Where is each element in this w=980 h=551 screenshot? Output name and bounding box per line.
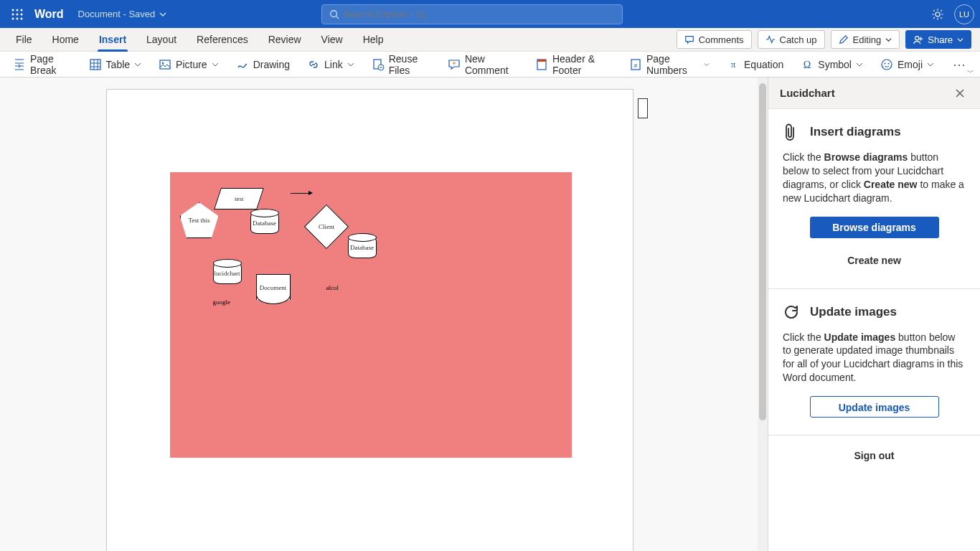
- table-label: Table: [106, 59, 130, 70]
- insert-heading: Insert diagrams: [810, 125, 901, 139]
- symbol-icon: Ω: [801, 58, 814, 71]
- app-name: Word: [34, 8, 64, 21]
- main-area: Test this test Database lucidchart Datab…: [0, 77, 980, 551]
- tab-layout[interactable]: Layout: [136, 28, 187, 52]
- equation-button[interactable]: πEquation: [720, 54, 791, 75]
- link-button[interactable]: Link: [300, 54, 362, 75]
- pencil-icon: [839, 34, 849, 44]
- chevron-down-icon: [885, 37, 892, 43]
- scrollbar-thumb[interactable]: [759, 83, 766, 420]
- cylinder2-label: lucidchart: [215, 270, 240, 277]
- header-footer-button[interactable]: Header & Footer: [528, 54, 619, 75]
- search-input[interactable]: [344, 9, 615, 19]
- header-footer-icon: [535, 58, 548, 71]
- picture-button[interactable]: Picture: [151, 54, 226, 75]
- comments-label: Comments: [699, 34, 744, 45]
- update-images-button[interactable]: Update images: [810, 396, 939, 418]
- document-status[interactable]: Document - Saved: [78, 9, 167, 19]
- svg-rect-24: [537, 60, 546, 62]
- sign-out-button[interactable]: Sign out: [768, 435, 980, 476]
- link-label: Link: [324, 59, 343, 70]
- vertical-scrollbar[interactable]: [758, 77, 768, 551]
- settings-button[interactable]: [931, 8, 944, 21]
- cylinder1-label: Database: [253, 220, 276, 227]
- document-shape: Document: [256, 274, 291, 300]
- chevron-down-icon: [134, 61, 141, 68]
- chevron-down-icon: [704, 61, 710, 68]
- comment-icon: [684, 34, 694, 44]
- tab-references[interactable]: References: [187, 28, 258, 52]
- comments-button[interactable]: Comments: [677, 30, 752, 49]
- cylinder-shape-2: lucidchart: [213, 263, 242, 284]
- page-numbers-button[interactable]: #Page Numbers: [622, 54, 717, 75]
- panel-header: Lucidchart: [768, 77, 980, 109]
- share-icon: [913, 34, 923, 44]
- table-button[interactable]: Table: [82, 54, 149, 75]
- browse-diagrams-button[interactable]: Browse diagrams: [810, 217, 939, 238]
- page-numbers-label: Page Numbers: [646, 53, 699, 76]
- pentagon-label: Test this: [188, 217, 209, 224]
- collapse-ribbon-button[interactable]: ﹀: [966, 67, 976, 77]
- panel-close-button[interactable]: [951, 85, 969, 102]
- emoji-icon: [880, 58, 893, 71]
- tab-view[interactable]: View: [311, 28, 353, 52]
- create-new-button[interactable]: Create new: [810, 250, 939, 271]
- new-comment-label: New Comment: [465, 53, 518, 76]
- close-icon: [956, 89, 964, 98]
- update-heading: Update images: [810, 305, 897, 319]
- chevron-down-icon: [927, 61, 934, 68]
- svg-point-3: [12, 13, 14, 15]
- document-canvas[interactable]: Test this test Database lucidchart Datab…: [0, 77, 768, 551]
- emoji-button[interactable]: Emoji: [873, 54, 941, 75]
- document-status-text: Document - Saved: [78, 9, 156, 19]
- share-button[interactable]: Share: [905, 30, 971, 49]
- document-page[interactable]: Test this test Database lucidchart Datab…: [106, 89, 633, 551]
- page-break-icon: [13, 58, 26, 71]
- gear-icon: [931, 8, 944, 21]
- diamond-label: Client: [319, 223, 334, 230]
- drawing-button[interactable]: Drawing: [229, 54, 297, 75]
- cylinder-shape-3: Database: [348, 237, 377, 258]
- svg-point-9: [330, 10, 336, 17]
- tab-home[interactable]: Home: [42, 28, 89, 52]
- diamond-shape: Client: [303, 204, 348, 249]
- ribbon-insert: Page Break Table Picture Drawing Link Re…: [0, 52, 980, 77]
- parallelogram-label: test: [234, 195, 243, 202]
- new-comment-button[interactable]: New Comment: [440, 54, 525, 75]
- editing-mode-button[interactable]: Editing: [831, 30, 900, 49]
- text-cursor-indicator: [638, 98, 648, 118]
- tab-review[interactable]: Review: [258, 28, 311, 52]
- drawing-icon: [236, 58, 249, 71]
- catchup-button[interactable]: Catch up: [758, 30, 825, 49]
- search-box[interactable]: [321, 4, 623, 24]
- app-launcher-button[interactable]: [6, 3, 29, 26]
- chevron-down-icon: [856, 61, 863, 68]
- svg-point-29: [882, 60, 892, 70]
- tab-file[interactable]: File: [6, 28, 42, 52]
- paperclip-icon: [783, 123, 800, 141]
- svg-point-2: [21, 9, 23, 11]
- catchup-label: Catch up: [780, 34, 817, 45]
- editing-label: Editing: [853, 34, 882, 45]
- text-label-alcol: alcol: [326, 284, 339, 291]
- svg-line-10: [336, 16, 339, 19]
- lucidchart-panel: Lucidchart Insert diagrams Click the Bro…: [768, 77, 980, 551]
- update-description: Click the Update images button below to …: [783, 331, 966, 385]
- svg-point-31: [887, 62, 889, 64]
- tab-help[interactable]: Help: [353, 28, 394, 52]
- pentagon-shape: Test this: [180, 202, 219, 238]
- text-label-google: google: [213, 298, 231, 306]
- page-numbers-icon: #: [629, 58, 642, 71]
- chevron-down-icon: [957, 37, 963, 43]
- lucidchart-diagram-image[interactable]: Test this test Database lucidchart Datab…: [170, 172, 572, 458]
- reuse-files-label: Reuse Files: [389, 53, 430, 76]
- user-avatar[interactable]: LU: [954, 4, 974, 24]
- svg-point-4: [17, 13, 19, 15]
- page-break-button[interactable]: Page Break: [6, 54, 79, 75]
- svg-rect-11: [90, 60, 100, 70]
- reuse-files-button[interactable]: Reuse Files: [364, 54, 438, 75]
- tab-insert[interactable]: Insert: [89, 28, 136, 52]
- picture-icon: [159, 58, 171, 71]
- reuse-files-icon: [372, 58, 385, 71]
- symbol-button[interactable]: ΩSymbol: [793, 54, 870, 75]
